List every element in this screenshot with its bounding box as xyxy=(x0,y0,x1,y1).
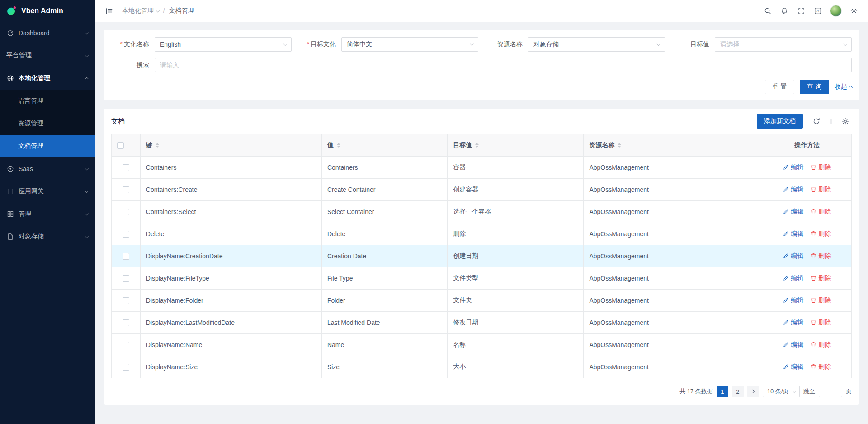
row-checkbox[interactable] xyxy=(123,342,129,348)
sidebar-item-label: Dashboard xyxy=(19,29,81,37)
column-header-value[interactable]: 值 xyxy=(321,134,447,157)
delete-trash-icon xyxy=(811,164,816,170)
edit-pencil-icon xyxy=(783,275,789,281)
next-page-button[interactable] xyxy=(747,386,759,397)
cell-value: Creation Date xyxy=(321,245,447,267)
resource-name-select[interactable]: 对象存储 xyxy=(528,37,665,52)
collapse-link[interactable]: 收起 xyxy=(835,83,852,91)
sidebar-item-localization[interactable]: 本地化管理 xyxy=(0,67,95,90)
sidebar-item-management[interactable]: 管理 xyxy=(0,203,95,225)
delete-link[interactable]: 删除 xyxy=(811,341,831,349)
column-header-target[interactable]: 目标值 xyxy=(448,134,584,157)
table-row: Containers:SelectSelect Container选择一个容器A… xyxy=(112,201,852,223)
fullscreen-icon[interactable] xyxy=(793,3,809,19)
cell-resource-name: AbpOssManagement xyxy=(584,245,720,267)
delete-link[interactable]: 删除 xyxy=(811,296,831,305)
chevron-right-icon xyxy=(751,390,755,393)
refresh-icon[interactable] xyxy=(810,115,823,128)
edit-pencil-icon xyxy=(783,297,789,303)
delete-link[interactable]: 删除 xyxy=(811,274,831,282)
sidebar-submenu: 语言管理资源管理文档管理 xyxy=(0,90,95,157)
settings-gear-icon[interactable] xyxy=(846,3,862,19)
page-button-1[interactable]: 1 xyxy=(717,386,728,397)
sidebar-subitem-document[interactable]: 文档管理 xyxy=(0,135,95,157)
row-checkbox[interactable] xyxy=(123,231,129,238)
search-input[interactable] xyxy=(155,58,852,72)
edit-pencil-icon xyxy=(783,209,789,214)
column-header-resource[interactable]: 资源名称 xyxy=(584,134,720,157)
row-checkbox[interactable] xyxy=(123,297,129,304)
add-document-button[interactable]: 添加新文档 xyxy=(757,114,803,129)
reset-button[interactable]: 重置 xyxy=(765,80,794,94)
sort-icon[interactable] xyxy=(475,143,479,148)
row-height-icon[interactable] xyxy=(825,115,837,128)
culture-name-select[interactable]: English xyxy=(155,37,292,52)
notification-bell-icon[interactable] xyxy=(777,3,792,19)
delete-link[interactable]: 删除 xyxy=(811,186,831,194)
edit-link[interactable]: 编辑 xyxy=(783,186,803,194)
management-icon xyxy=(6,210,14,218)
row-checkbox[interactable] xyxy=(123,319,129,326)
sidebar-item-oss[interactable]: 对象存储 xyxy=(0,225,95,248)
row-checkbox[interactable] xyxy=(123,186,129,193)
edit-link[interactable]: 编辑 xyxy=(783,274,803,282)
delete-link[interactable]: 删除 xyxy=(811,252,831,260)
edit-link[interactable]: 编辑 xyxy=(783,252,803,260)
page-button-2[interactable]: 2 xyxy=(732,386,744,397)
table-row: DisplayName:NameName名称AbpOssManagement编辑… xyxy=(112,334,852,356)
delete-link[interactable]: 删除 xyxy=(811,208,831,216)
delete-link[interactable]: 删除 xyxy=(811,319,831,327)
page-size-select[interactable]: 10 条/页 xyxy=(763,386,800,397)
logo[interactable]: Vben Admin xyxy=(0,0,95,22)
cell-spacer xyxy=(720,245,763,267)
chevron-down-icon xyxy=(85,167,88,170)
breadcrumb-item-localization[interactable]: 本地化管理 xyxy=(122,7,159,15)
table-row: DisplayName:FileTypeFile Type文件类型AbpOssM… xyxy=(112,267,852,290)
cell-value: Last Modified Date xyxy=(321,312,447,334)
row-checkbox[interactable] xyxy=(123,164,129,171)
sidebar-item-saas[interactable]: Saas xyxy=(0,157,95,180)
sort-icon[interactable] xyxy=(337,143,340,148)
query-button[interactable]: 查询 xyxy=(800,80,829,94)
column-settings-icon[interactable] xyxy=(839,115,852,128)
sidebar-item-dashboard[interactable]: Dashboard xyxy=(0,22,95,44)
edit-link[interactable]: 编辑 xyxy=(783,208,803,216)
sort-icon[interactable] xyxy=(618,143,621,148)
table-row: DisplayName:CreationDateCreation Date创建日… xyxy=(112,245,852,267)
sidebar-item-gateway[interactable]: 应用网关 xyxy=(0,180,95,203)
row-checkbox[interactable] xyxy=(123,253,129,260)
target-culture-select[interactable]: 简体中文 xyxy=(341,37,478,52)
search-icon[interactable] xyxy=(760,3,775,19)
sort-icon[interactable] xyxy=(156,143,159,148)
select-all-checkbox[interactable] xyxy=(117,142,124,149)
row-checkbox[interactable] xyxy=(123,364,129,371)
sidebar-item-label: Saas xyxy=(19,165,81,172)
filter-actions: 重置 查询 收起 xyxy=(111,80,852,94)
edit-link[interactable]: 编辑 xyxy=(783,363,803,371)
cell-value: Name xyxy=(321,334,447,356)
target-value-select[interactable]: 请选择 xyxy=(715,37,852,52)
sidebar-item-platform[interactable]: 平台管理 xyxy=(0,44,95,67)
row-checkbox[interactable] xyxy=(123,275,129,282)
edit-link[interactable]: 编辑 xyxy=(783,319,803,327)
language-icon[interactable]: A xyxy=(810,3,826,19)
edit-link[interactable]: 编辑 xyxy=(783,230,803,238)
edit-link[interactable]: 编辑 xyxy=(783,163,803,172)
edit-link[interactable]: 编辑 xyxy=(783,341,803,349)
delete-link[interactable]: 删除 xyxy=(811,230,831,238)
avatar[interactable] xyxy=(830,5,842,17)
sidebar-subitem-language[interactable]: 语言管理 xyxy=(0,90,95,112)
delete-link[interactable]: 删除 xyxy=(811,363,831,371)
column-header-key[interactable]: 键 xyxy=(140,134,321,157)
delete-link[interactable]: 删除 xyxy=(811,163,831,172)
edit-pencil-icon xyxy=(783,253,789,259)
field-search: 搜索 xyxy=(111,58,852,72)
menu-collapse-icon[interactable] xyxy=(101,3,117,19)
delete-trash-icon xyxy=(811,253,816,259)
edit-pencil-icon xyxy=(783,164,789,170)
row-checkbox[interactable] xyxy=(123,209,129,215)
jump-page-input[interactable] xyxy=(819,386,842,397)
sidebar-subitem-resource[interactable]: 资源管理 xyxy=(0,112,95,135)
chevron-down-icon xyxy=(85,31,88,34)
edit-link[interactable]: 编辑 xyxy=(783,296,803,305)
